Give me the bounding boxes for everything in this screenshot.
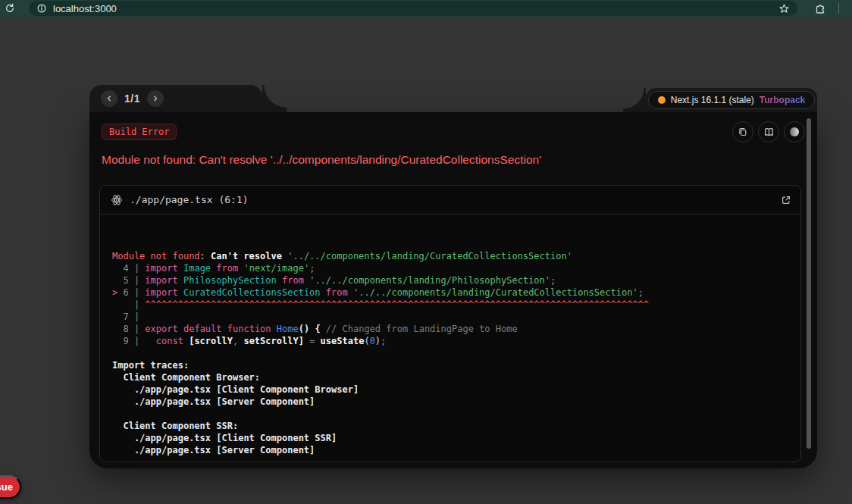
code-line: ./app/page.tsx [Client Component SSR] <box>112 432 788 444</box>
version-tab: Next.js 16.1.1 (stale) Turbopack <box>646 88 817 112</box>
code-line: ./app/page.tsx [Server Component] <box>112 396 788 408</box>
code-line <box>112 456 788 462</box>
code-line: 4 | import Image from 'next/image'; <box>112 262 788 274</box>
page: localhost:3000 <box>0 0 852 504</box>
code-lines: Module not found: Can't resolve '../../c… <box>112 250 788 462</box>
error-dialog-header: Build Error <box>102 121 805 142</box>
error-type-badge: Build Error <box>102 124 177 140</box>
copy-icon <box>738 127 748 137</box>
stale-indicator-dot <box>658 96 666 104</box>
code-frame-body: Module not found: Can't resolve '../../c… <box>100 214 800 462</box>
star-icon <box>778 3 790 14</box>
code-line: ./app/page.tsx [Client Component Browser… <box>112 383 788 396</box>
version-text: Next.js 16.1.1 (stale) <box>671 95 754 105</box>
reload-button[interactable] <box>0 0 20 17</box>
copy-error-button[interactable] <box>732 121 753 142</box>
code-line: ./app/page.tsx [Server Component] <box>112 444 788 456</box>
bookmark-button[interactable] <box>778 3 790 14</box>
error-pagination-tab: 1/1 <box>89 85 262 112</box>
extensions-button[interactable] <box>811 0 829 17</box>
code-line: > 6 | import CuratedCollectionsSection f… <box>112 286 788 299</box>
code-line: Client Component SSR: <box>112 420 788 432</box>
code-line: Module not found: Can't resolve '../../c… <box>112 250 788 262</box>
header-actions <box>732 121 805 142</box>
code-line: 8 | export default function Home() { // … <box>112 323 788 335</box>
code-line: Client Component Browser: <box>112 371 788 383</box>
error-counter: 1/1 <box>124 92 140 105</box>
chevron-left-icon <box>105 94 114 103</box>
tab-curve-right <box>623 88 646 112</box>
atom-icon <box>111 194 123 206</box>
code-line: 7 | <box>112 311 788 323</box>
code-line: Import traces: <box>112 359 788 371</box>
tab-curve-left <box>262 85 287 112</box>
file-label: ./app/page.tsx (6:1) <box>130 194 249 205</box>
code-line: | ^^^^^^^^^^^^^^^^^^^^^^^^^^^^^^^^^^^^^^… <box>112 299 788 311</box>
theme-sphere-icon <box>788 126 800 138</box>
code-line: 5 | import PhilosophySection from '../..… <box>112 274 788 286</box>
next-error-button[interactable] <box>147 90 164 107</box>
puzzle-icon <box>814 2 826 14</box>
issues-badge[interactable]: sue <box>0 475 21 499</box>
code-line <box>112 347 788 359</box>
code-frame: ./app/page.tsx (6:1) Module not found: C… <box>99 185 801 462</box>
reload-icon <box>5 3 15 14</box>
preferences-button[interactable] <box>784 121 805 142</box>
docs-button[interactable] <box>758 121 779 142</box>
info-icon[interactable] <box>36 3 47 14</box>
error-dialog-body: Build Error <box>89 112 817 468</box>
url-text[interactable]: localhost:3000 <box>53 3 778 14</box>
nextjs-error-overlay: 1/1 Next.js 16.1.1 (stale) Turbopack Bui… <box>89 85 817 468</box>
code-frame-header: ./app/page.tsx (6:1) <box>100 186 800 214</box>
code-line: 9 | const [scrollY, setScrollY] = useSta… <box>112 335 788 347</box>
chevron-right-icon <box>151 94 160 103</box>
external-link-icon <box>781 195 791 205</box>
url-bar[interactable]: localhost:3000 <box>29 1 797 16</box>
prev-error-button[interactable] <box>101 90 117 107</box>
nextjs-version-badge[interactable]: Next.js 16.1.1 (stale) Turbopack <box>648 91 816 109</box>
code-line <box>112 408 788 420</box>
error-message: Module not found: Can't resolve '../../c… <box>102 153 541 167</box>
docs-book-icon <box>763 127 775 138</box>
open-in-editor-button[interactable] <box>781 195 791 205</box>
toolbar-divider <box>838 3 839 14</box>
turbopack-label: Turbopack <box>760 95 805 105</box>
dialog-scrollbar[interactable] <box>807 118 811 449</box>
issues-badge-text: sue <box>0 481 13 493</box>
browser-toolbar: localhost:3000 <box>0 0 852 17</box>
